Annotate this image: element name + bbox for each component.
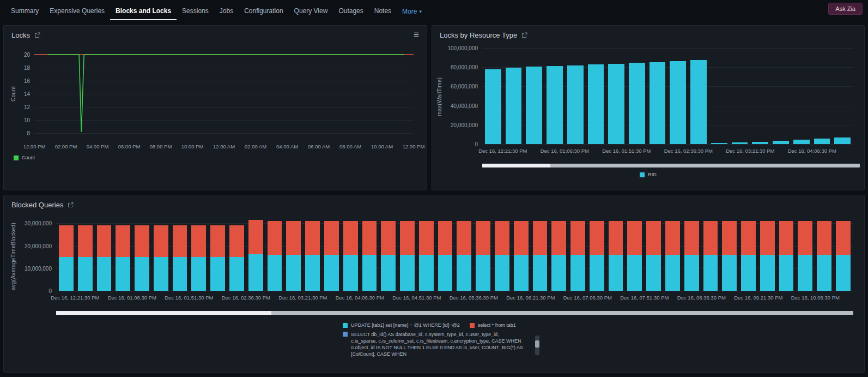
bar[interactable] <box>722 219 737 291</box>
bar[interactable] <box>59 219 74 291</box>
legend-item[interactable]: SELECT db_id() AS database_id, c.system_… <box>343 331 525 358</box>
tab-outages[interactable]: Outages <box>333 1 368 20</box>
bar[interactable] <box>324 219 339 291</box>
x-tick-label: Dec 16, 05:36:30 PM <box>450 295 498 301</box>
bar-segment <box>286 221 301 255</box>
bar[interactable] <box>793 48 810 144</box>
panel-menu-icon[interactable]: ≡ <box>414 30 419 39</box>
bar-segment <box>191 225 206 257</box>
bar[interactable] <box>438 219 453 291</box>
bar[interactable] <box>590 219 604 291</box>
bar[interactable] <box>229 219 244 291</box>
x-tick-label: Dec 16, 03:21:30 PM <box>726 148 774 154</box>
tab-configuration[interactable]: Configuration <box>239 1 288 20</box>
tab-sessions[interactable]: Sessions <box>177 1 214 20</box>
tab-jobs[interactable]: Jobs <box>214 1 239 20</box>
tab-expensive-queries[interactable]: Expensive Queries <box>44 1 110 20</box>
bar[interactable] <box>551 219 566 291</box>
bar[interactable] <box>343 219 358 291</box>
bar[interactable] <box>817 219 831 291</box>
bar[interactable] <box>588 48 604 144</box>
bar[interactable] <box>268 219 282 291</box>
bar[interactable] <box>78 219 93 291</box>
bar[interactable] <box>514 219 529 291</box>
scrollbar-thumb[interactable] <box>535 340 539 348</box>
bar[interactable] <box>627 219 642 291</box>
bar[interactable] <box>210 219 225 291</box>
bar[interactable] <box>400 219 415 291</box>
bar[interactable] <box>173 219 187 291</box>
bar[interactable] <box>665 219 680 291</box>
bar[interactable] <box>116 219 130 291</box>
legend-item[interactable]: Count <box>14 155 35 160</box>
tab-blocks-and-locks[interactable]: Blocks and Locks <box>110 1 177 20</box>
chart-horizontal-scrollbar[interactable] <box>482 164 860 167</box>
expand-icon[interactable] <box>68 202 74 208</box>
legend-item[interactable]: RID <box>640 172 657 177</box>
panel-title: Locks by Resource Type <box>440 31 517 39</box>
bar[interactable] <box>779 219 794 291</box>
bar-segment <box>97 257 112 291</box>
bar[interactable] <box>457 219 471 291</box>
legend-label: select * from tab1 <box>478 322 516 328</box>
bar[interactable] <box>485 48 501 144</box>
x-tick-label: Dec 16, 01:51:30 PM <box>165 295 213 301</box>
bar[interactable] <box>690 48 707 144</box>
bar[interactable] <box>711 48 727 144</box>
chart-horizontal-scrollbar[interactable] <box>56 311 853 315</box>
bar[interactable] <box>362 219 377 291</box>
bar[interactable] <box>533 219 548 291</box>
bar[interactable] <box>286 219 301 291</box>
bar[interactable] <box>305 219 320 291</box>
ask-zia-button[interactable]: Ask Zia <box>828 3 863 15</box>
bar[interactable] <box>135 219 149 291</box>
bar[interactable] <box>570 219 585 291</box>
expand-icon[interactable] <box>521 32 527 38</box>
scrollbar-thumb[interactable] <box>56 311 271 315</box>
bar[interactable] <box>419 219 434 291</box>
expand-icon[interactable] <box>34 32 40 38</box>
bar[interactable] <box>547 48 563 144</box>
bar[interactable] <box>834 48 851 144</box>
legend-row: Count <box>14 155 35 160</box>
tab-query-view[interactable]: Query View <box>289 1 333 20</box>
bar[interactable] <box>506 48 522 144</box>
bar[interactable] <box>248 219 263 291</box>
legend-item[interactable]: select * from tab1 <box>470 322 516 328</box>
bar[interactable] <box>154 219 168 291</box>
bar[interactable] <box>608 48 624 144</box>
bar-segment <box>741 221 756 255</box>
bar[interactable] <box>752 48 768 144</box>
bar[interactable] <box>703 219 718 291</box>
bar[interactable] <box>609 219 623 291</box>
bar[interactable] <box>526 48 542 144</box>
bar[interactable] <box>741 219 756 291</box>
tab-notes[interactable]: Notes <box>369 1 397 20</box>
bar[interactable] <box>760 219 775 291</box>
nav-more[interactable]: More ▾ <box>397 1 427 20</box>
legend-vertical-scrollbar[interactable] <box>535 336 539 355</box>
bar[interactable] <box>670 48 686 144</box>
bar[interactable] <box>97 219 112 291</box>
bar[interactable] <box>814 48 830 144</box>
bar[interactable] <box>495 219 509 291</box>
tab-summary[interactable]: Summary <box>5 1 44 20</box>
bar[interactable] <box>650 48 666 144</box>
bar[interactable] <box>191 219 206 291</box>
bar[interactable] <box>684 219 699 291</box>
bar[interactable] <box>646 219 661 291</box>
bar[interactable] <box>567 48 584 144</box>
bar[interactable] <box>836 219 851 291</box>
bar[interactable] <box>732 48 748 144</box>
x-tick-label: Dec 16, 07:51:30 PM <box>620 295 669 301</box>
bar-segment <box>732 142 748 144</box>
scrollbar-thumb[interactable] <box>482 164 550 167</box>
legend-item[interactable]: UPDATE [tab1] set [name] = @1 WHERE [id]… <box>343 322 460 328</box>
bar[interactable] <box>798 219 812 291</box>
bar[interactable] <box>629 48 645 144</box>
bar[interactable] <box>476 219 490 291</box>
bar[interactable] <box>381 219 396 291</box>
bar[interactable] <box>773 48 789 144</box>
bar-segment <box>229 257 244 291</box>
bar-segment <box>495 255 509 291</box>
